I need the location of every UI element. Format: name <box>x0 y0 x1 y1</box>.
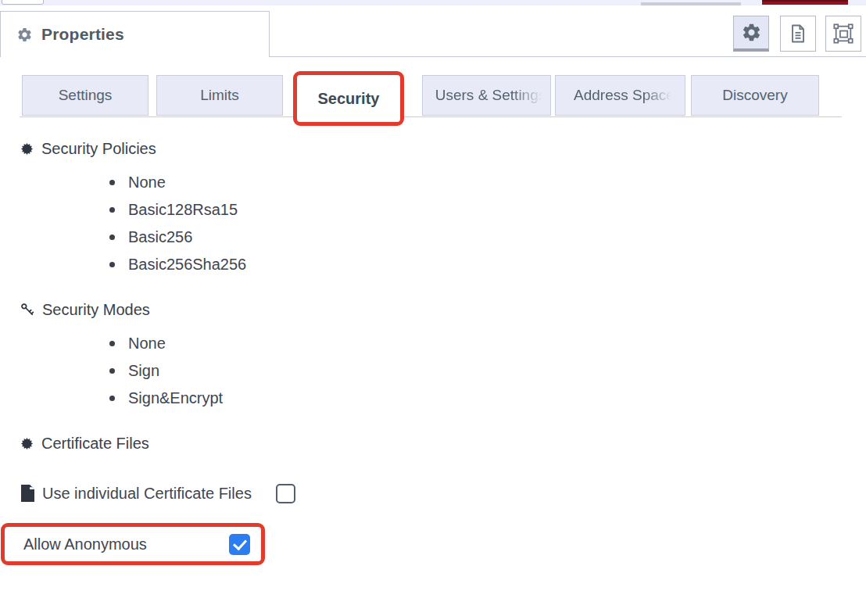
tab-users-settings[interactable]: Users & Settings <box>422 75 551 116</box>
toolbar-settings-button[interactable] <box>733 16 769 52</box>
section-title: Security Modes <box>42 301 150 319</box>
list-item: Sign <box>109 357 846 385</box>
header-divider <box>270 56 866 57</box>
bullet <box>109 262 115 267</box>
security-tab-annotation[interactable]: Security <box>293 71 404 126</box>
security-policies-list: None Basic128Rsa15 Basic256 Basic256Sha2… <box>109 169 846 278</box>
section-certificate-files: Certificate Files <box>20 434 846 453</box>
bullet <box>109 207 115 213</box>
list-item: Basic256Sha256 <box>109 251 846 278</box>
field-label: Use individual Certificate Files <box>42 485 252 503</box>
field-label: Allow Anonymous <box>23 535 147 553</box>
properties-panel: Properties Settings <box>0 0 866 616</box>
bullet <box>109 368 115 374</box>
list-item: None <box>109 330 846 357</box>
tab-label: Users & Settings <box>428 87 546 104</box>
security-tab-content: Security Policies None Basic128Rsa15 Bas… <box>20 133 846 507</box>
list-item: Sign&Encrypt <box>109 385 846 412</box>
security-modes-list: None Sign Sign&Encrypt <box>109 330 846 412</box>
top-partial-gray-button[interactable] <box>641 2 741 5</box>
tab-label: Discovery <box>714 87 795 104</box>
seal-icon <box>20 141 34 156</box>
tabs-divider <box>20 116 842 117</box>
gear-icon <box>741 22 762 43</box>
key-icon <box>20 302 35 317</box>
toolbar-transform-button[interactable] <box>825 16 861 52</box>
tab-address-space[interactable]: Address Space <box>555 75 685 116</box>
bullet <box>109 396 115 401</box>
gear-icon <box>16 27 33 43</box>
bullet <box>109 341 115 346</box>
toolbar-document-button[interactable] <box>780 16 816 52</box>
use-individual-certificates-row: Use individual Certificate Files <box>20 479 846 507</box>
top-cropped-strip <box>0 0 866 5</box>
top-partial-red-button[interactable] <box>762 0 848 5</box>
transform-icon <box>832 23 854 45</box>
properties-header-tab: Properties <box>0 11 270 57</box>
top-partial-button[interactable] <box>2 0 44 5</box>
document-icon <box>787 23 809 45</box>
section-security-modes: Security Modes <box>20 300 846 319</box>
bullet <box>109 235 115 240</box>
section-title: Certificate Files <box>41 435 149 453</box>
allow-anonymous-annotation: Allow Anonymous <box>1 523 265 565</box>
tab-label-security: Security <box>318 90 380 108</box>
use-individual-certificates-checkbox[interactable] <box>276 484 295 503</box>
tab-limits[interactable]: Limits <box>156 75 283 116</box>
section-title: Security Policies <box>41 140 156 158</box>
tab-label: Address Space <box>566 87 675 104</box>
tab-discovery[interactable]: Discovery <box>691 75 819 116</box>
allow-anonymous-checkbox[interactable] <box>229 534 250 555</box>
tab-settings[interactable]: Settings <box>22 75 149 116</box>
section-security-policies: Security Policies <box>20 139 846 158</box>
bullet <box>109 180 115 185</box>
panel-title: Properties <box>41 25 124 44</box>
tab-label: Settings <box>51 87 120 104</box>
list-item: None <box>109 169 846 196</box>
file-icon <box>20 485 35 502</box>
list-item: Basic256 <box>109 224 846 251</box>
tab-label: Limits <box>192 87 247 104</box>
seal-icon <box>20 436 34 451</box>
list-item: Basic128Rsa15 <box>109 196 846 224</box>
